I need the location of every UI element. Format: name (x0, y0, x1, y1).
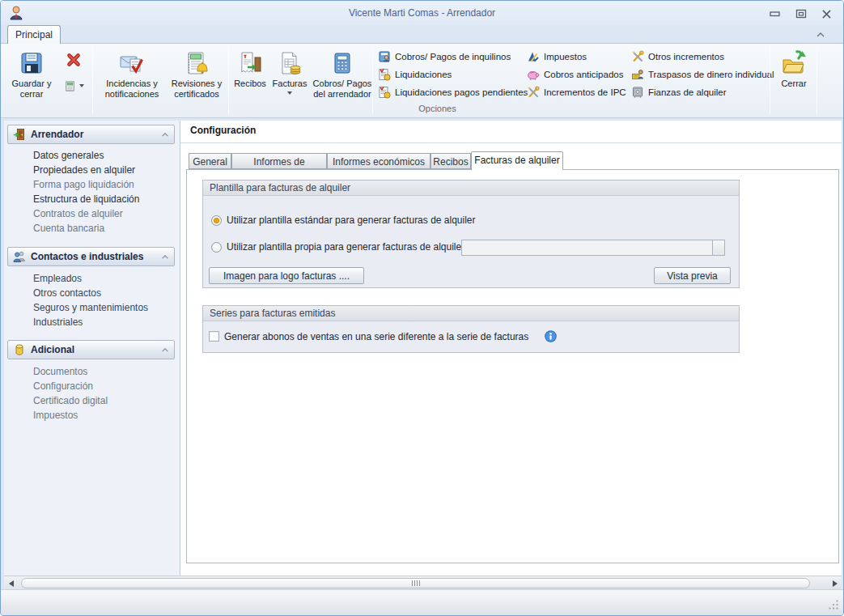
recibos-button[interactable]: Recibos (231, 47, 269, 115)
fianzas-button[interactable]: Fianzas de alquiler (631, 85, 727, 100)
header-divider (180, 142, 842, 143)
chevron-up-icon (816, 32, 825, 38)
save-icon (19, 50, 45, 76)
restore-button[interactable] (793, 8, 809, 19)
facturas-button[interactable]: Facturas (269, 47, 310, 115)
browse-button[interactable] (712, 240, 724, 255)
ribbon-separator (770, 46, 770, 114)
chevron-up-icon (161, 254, 169, 260)
nav-item-seguros[interactable]: Seguros y mantenimientos (33, 302, 148, 316)
guardar-y-cerrar-label: Guardar y cerrar (7, 79, 56, 100)
delete-x-icon (66, 52, 82, 68)
logo-facturas-button[interactable]: Imagen para logo facturas .... (209, 267, 364, 284)
radio-plantilla-estandar[interactable]: Utilizar plantilla estándar para generar… (211, 215, 476, 226)
nav-item-forma-pago[interactable]: Forma pago liquidación (33, 179, 134, 193)
checkbox-unchecked-icon[interactable] (209, 331, 219, 342)
traspasos-button[interactable]: Traspasos de dinero individual (631, 67, 774, 82)
grid-dropdown-button[interactable] (59, 78, 88, 94)
nav-item-certificado[interactable]: Certificado digital (33, 395, 108, 409)
ribbon-separator (228, 46, 229, 114)
tools-increment-icon (527, 86, 540, 99)
guardar-y-cerrar-button[interactable]: Guardar y cerrar (7, 47, 56, 115)
abonos-checkbox-label: Generar abonos de ventas en una serie di… (224, 331, 528, 342)
nav-item-propiedades[interactable]: Propiedades en alquiler (33, 164, 135, 178)
tab-informes-economicos[interactable]: Informes económicos (327, 153, 430, 169)
cerrar-button[interactable]: Cerrar (773, 47, 815, 115)
series-group-title: Series para facturas emitidas (203, 306, 739, 321)
incrementos-ipc-label: Incrementos de IPC (544, 87, 626, 97)
money-person-icon (631, 68, 644, 81)
nav-item-empleados[interactable]: Empleados (33, 273, 82, 287)
radio-plantilla-propia[interactable]: Utilizar plantilla propia para generar f… (211, 241, 464, 253)
nav-group-adicional[interactable]: Adicional (7, 340, 175, 359)
ribbon-tabstrip: Principal (1, 25, 843, 43)
cobros-arrendador-button[interactable]: Cobros/ Pagos del arrendador (310, 47, 375, 115)
nav-item-cuenta-bancaria[interactable]: Cuenta bancaria (33, 223, 104, 236)
statusbar (1, 589, 843, 616)
content-panel: Configuración General Informes de liquid… (180, 121, 842, 576)
revisiones-button[interactable]: Revisiones y certificados (168, 47, 226, 115)
tab-general[interactable]: General (189, 153, 231, 169)
tab-recibos[interactable]: Recibos (430, 153, 471, 169)
facturas-label: Facturas (273, 79, 307, 89)
ribbon-tab-principal[interactable]: Principal (7, 25, 61, 44)
arrow-left-icon (9, 580, 14, 587)
ribbon-collapse-button[interactable] (812, 28, 829, 40)
nav-item-documentos[interactable]: Documentos (33, 366, 87, 380)
titlebar: Vicente Marti Comas - Arrendador (1, 1, 843, 25)
arrow-right-icon (833, 580, 838, 587)
otros-incrementos-button[interactable]: Otros incrementos (631, 49, 724, 64)
nav-group-arrendador[interactable]: Arrendador (7, 125, 175, 144)
cobros-inquilinos-button[interactable]: Cobros/ Pagos de inquilinos (378, 49, 511, 64)
impuestos-button[interactable]: Impuestos (527, 49, 587, 64)
abonos-checkbox-row[interactable]: Generar abonos de ventas en una serie di… (209, 330, 557, 342)
incrementos-ipc-button[interactable]: Incrementos de IPC (527, 85, 626, 100)
cerrar-label: Cerrar (781, 79, 806, 89)
cobros-anticipados-button[interactable]: Cobros anticipados (527, 67, 623, 82)
nav-group-contactos[interactable]: Contactos e industriales (7, 247, 175, 266)
otros-incrementos-label: Otros incrementos (648, 52, 724, 62)
nav-item-industriales[interactable]: Industriales (33, 316, 83, 330)
mail-check-icon (119, 50, 145, 76)
scrollbar-thumb[interactable] (21, 578, 810, 588)
horizontal-scrollbar[interactable] (4, 576, 842, 589)
nav-item-contratos[interactable]: Contratos de alquiler (33, 208, 123, 222)
resize-grip-icon[interactable] (828, 599, 839, 610)
nav-item-otros-contactos[interactable]: Otros contactos (33, 287, 101, 301)
radio-unselected-icon (211, 242, 222, 253)
receipt-icon (237, 50, 263, 76)
scroll-right-button[interactable] (828, 576, 842, 590)
nav-item-datos-generales[interactable]: Datos generales (33, 150, 104, 164)
cobros-inquilinos-label: Cobros/ Pagos de inquilinos (395, 52, 511, 62)
nav-item-impuestos[interactable]: Impuestos (33, 410, 78, 423)
people-icon (13, 250, 26, 263)
invoice-coins-icon (277, 50, 303, 76)
radio-estandar-label: Utilizar plantilla estándar para generar… (227, 215, 476, 226)
incidencias-button[interactable]: Incidencias y notificaciones (96, 47, 168, 115)
minimize-button[interactable] (767, 8, 783, 19)
nav-item-estructura[interactable]: Estructura de liquidación (33, 193, 139, 207)
scroll-left-button[interactable] (4, 576, 18, 590)
cobros-anticipados-label: Cobros anticipados (544, 70, 623, 79)
nav-item-configuracion[interactable]: Configuración (33, 380, 93, 394)
tab-facturas-alquiler[interactable]: Facturas de alquiler (471, 151, 563, 170)
close-button[interactable] (818, 8, 834, 19)
liquidaciones-pendientes-button[interactable]: Liquidaciones pagos pendientes (378, 85, 528, 100)
liquidaciones-button[interactable]: Liquidaciones (378, 67, 452, 82)
opciones-group-label: Opciones (375, 104, 500, 113)
plantilla-path-field[interactable] (461, 240, 725, 256)
vista-previa-button[interactable]: Vista previa (654, 267, 731, 284)
dropdown-arrow-icon (79, 84, 84, 87)
plantilla-path-value (462, 240, 712, 255)
nav-group-arrendador-label: Arrendador (31, 129, 156, 140)
delete-button[interactable] (59, 52, 88, 68)
ribbon-separator (816, 46, 817, 114)
nav-group-adicional-label: Adicional (31, 344, 156, 355)
info-icon[interactable] (545, 330, 557, 342)
piggy-bank-icon (527, 68, 540, 81)
sidebar: Arrendador Datos generales Propiedades e… (4, 121, 180, 576)
radio-selected-icon (211, 215, 222, 226)
chevron-up-icon (161, 347, 169, 353)
notebook-bell-icon (184, 50, 210, 76)
tab-informes-liquidacion[interactable]: Informes de liquidación (231, 153, 327, 169)
